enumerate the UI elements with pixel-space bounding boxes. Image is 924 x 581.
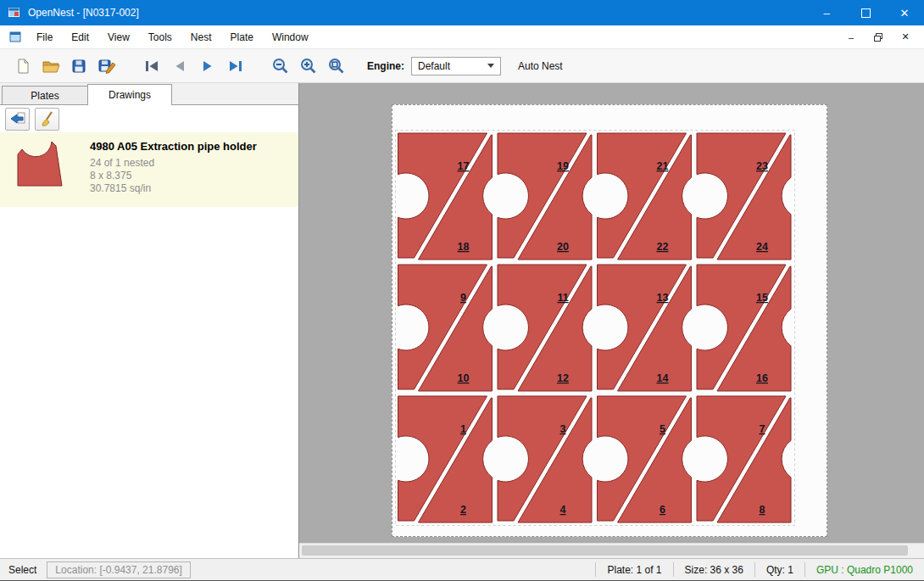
engine-select[interactable]: Default	[411, 57, 501, 75]
previous-arrow-icon	[170, 58, 189, 75]
new-button[interactable]	[8, 53, 36, 80]
menubar: File Edit View Tools Nest Plate Window –…	[0, 25, 924, 49]
tab-drawings[interactable]: Drawings	[87, 84, 172, 105]
horizontal-scrollbar[interactable]	[299, 543, 924, 558]
part-number-label: 7	[760, 423, 765, 435]
nest-tile: 2324	[697, 133, 791, 260]
part-number-label: 10	[458, 372, 470, 384]
opennest-window: OpenNest - [N0317-002] – ✕ File Edit Vie…	[0, 0, 924, 581]
part-number-label: 14	[657, 372, 669, 384]
previous-plate-button[interactable]	[165, 53, 193, 80]
mdi-restore-button[interactable]	[871, 31, 885, 44]
open-folder-icon	[42, 58, 60, 75]
zoom-fit-icon	[327, 57, 346, 75]
menu-plate[interactable]: Plate	[221, 25, 263, 48]
nest-tile: 34	[498, 396, 592, 522]
drawing-list-item[interactable]: 4980 A05 Extraction pipe holder 24 of 1 …	[0, 132, 298, 207]
nest-tile: 1112	[498, 265, 592, 391]
sidebar-tabstrip: Plates Drawings	[0, 83, 298, 105]
close-button[interactable]: ✕	[885, 0, 924, 25]
part-number-label: 12	[557, 372, 569, 384]
part-number-label: 3	[560, 423, 566, 435]
save-edit-icon	[97, 58, 116, 75]
tab-plates[interactable]: Plates	[2, 86, 88, 104]
first-plate-button[interactable]	[137, 53, 165, 80]
part-number-label: 4	[560, 504, 566, 516]
maximize-button[interactable]	[846, 0, 885, 25]
drawing-area: 30.7815 sq/in	[90, 182, 257, 195]
nest-tile: 910	[398, 265, 493, 391]
auto-nest-toggle[interactable]: Auto Nest	[518, 60, 563, 72]
zoom-out-button[interactable]	[266, 53, 294, 80]
statusbar-gpu: GPU : Quadro P1000	[804, 562, 924, 577]
minimize-button[interactable]: –	[807, 0, 846, 25]
mdi-close-button[interactable]: ✕	[899, 31, 912, 44]
zoom-fit-button[interactable]	[322, 53, 350, 80]
drawing-nested-count: 24 of 1 nested	[90, 157, 257, 170]
engine-label: Engine:	[367, 60, 404, 72]
part-number-label: 2	[460, 504, 466, 516]
nest-tile: 2122	[598, 133, 692, 260]
menu-edit[interactable]: Edit	[62, 25, 98, 48]
clean-button[interactable]	[35, 108, 59, 131]
menu-window[interactable]: Window	[263, 25, 318, 48]
statusbar-size: Size: 36 x 36	[673, 562, 754, 577]
blue-back-arrow-icon	[9, 111, 26, 126]
nest-tile: 1516	[697, 265, 791, 391]
drawing-dimensions: 8 x 8.375	[90, 170, 257, 182]
nest-tile: 1718	[398, 133, 493, 260]
next-plate-button[interactable]	[193, 53, 221, 80]
save-button[interactable]	[64, 53, 92, 80]
menu-view[interactable]: View	[98, 25, 139, 48]
next-arrow-icon	[198, 58, 217, 75]
document-icon[interactable]	[8, 31, 22, 44]
nest-tile: 12	[398, 396, 493, 522]
main-toolbar: Engine: Default Auto Nest	[0, 49, 924, 83]
save-as-button[interactable]	[92, 53, 120, 80]
nesting-canvas[interactable]: 171819202122232491011121314151612345678	[299, 83, 924, 558]
part-number-label: 20	[557, 241, 569, 253]
drawing-list-empty-area	[0, 207, 298, 558]
restore-icon	[873, 32, 883, 42]
chevron-down-icon	[487, 64, 494, 68]
drawings-toolbar	[0, 105, 298, 132]
drawing-title: 4980 A05 Extraction pipe holder	[90, 140, 257, 153]
titlebar: OpenNest - [N0317-002] – ✕	[0, 0, 924, 25]
menu-nest[interactable]: Nest	[181, 25, 221, 48]
nest-tile: 56	[598, 396, 692, 522]
part-number-label: 16	[756, 372, 768, 384]
last-plate-button[interactable]	[221, 53, 249, 80]
nest-tile: 1920	[498, 133, 592, 260]
part-number-label: 8	[760, 504, 765, 516]
mdi-minimize-button[interactable]: –	[844, 31, 858, 44]
part-number-label: 23	[756, 160, 768, 172]
window-title: OpenNest - [N0317-002]	[28, 7, 139, 19]
plate[interactable]: 171819202122232491011121314151612345678	[392, 104, 827, 537]
part-number-label: 13	[657, 292, 669, 304]
part-number-label: 17	[458, 160, 470, 172]
app-icon	[8, 6, 21, 20]
new-file-icon	[14, 58, 31, 75]
part-number-label: 15	[756, 292, 768, 304]
statusbar-qty: Qty: 1	[754, 562, 804, 577]
broom-icon	[39, 110, 56, 127]
part-number-label: 11	[557, 292, 568, 304]
part-number-label: 21	[657, 160, 669, 172]
maximize-icon	[861, 8, 871, 18]
menu-file[interactable]: File	[27, 25, 62, 48]
engine-selected-value: Default	[418, 60, 450, 72]
menu-tools[interactable]: Tools	[139, 25, 181, 48]
open-button[interactable]	[36, 53, 64, 80]
last-arrow-icon	[226, 58, 245, 75]
part-number-label: 24	[756, 241, 768, 253]
part-number-label: 6	[660, 504, 665, 516]
zoom-out-icon	[271, 57, 290, 75]
part-number-label: 5	[660, 423, 665, 435]
part-number-label: 22	[657, 241, 669, 253]
send-back-button[interactable]	[5, 108, 30, 131]
part-number-label: 1	[460, 423, 466, 435]
horizontal-scrollbar-thumb[interactable]	[302, 545, 908, 556]
statusbar-plate: Plate: 1 of 1	[595, 562, 672, 577]
zoom-in-button[interactable]	[294, 53, 322, 80]
nest-tile: 78	[697, 396, 791, 522]
